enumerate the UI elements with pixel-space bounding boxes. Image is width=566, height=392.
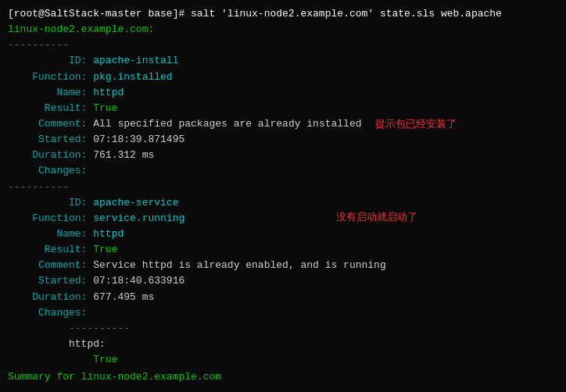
block2-changes-divider: ---------- [8, 321, 558, 337]
block2-id: ID: apache-service 没有启动就启动了 [8, 195, 558, 211]
block2-changes-label: Changes: [8, 305, 558, 321]
block1-started: Started: 07:18:39.871495 [8, 132, 558, 148]
block2-changes-key: httpd: [8, 337, 558, 352]
block1-function: Function: pkg.installed [8, 69, 558, 85]
block2-comment: Comment: Service httpd is already enable… [8, 258, 558, 273]
block1-id: ID: apache-install [8, 53, 558, 69]
block1-changes: Changes: [8, 163, 558, 179]
block2-function: Function: service.running [8, 211, 558, 226]
summary-label: Summary for linux-node2.example.com [8, 369, 558, 385]
terminal: [root@SaltStack-master base]# salt 'linu… [0, 0, 566, 392]
block2-duration: Duration: 677.495 ms [8, 290, 558, 305]
block1-name: Name: httpd [8, 85, 558, 101]
command-line: [root@SaltStack-master base]# salt 'linu… [8, 6, 558, 22]
block2-name: Name: httpd [8, 226, 558, 242]
block2-started: Started: 07:18:40.633916 [8, 273, 558, 289]
block1-comment: Comment: All specified packages are alre… [8, 116, 558, 132]
hostname: linux-node2.example.com: [8, 22, 154, 37]
divider1: ---------- [8, 37, 558, 53]
command: salt 'linux-node2.example.com' state.sls… [191, 6, 502, 22]
summary-divider: ------------ [8, 385, 558, 392]
block1-result: Result: True [8, 101, 558, 116]
divider2: ---------- [8, 180, 558, 195]
block1-duration: Duration: 761.312 ms [8, 148, 558, 163]
block2-result: Result: True [8, 242, 558, 258]
block2-changes-value: True [8, 352, 558, 368]
annotation-service: 没有启动就启动了 [336, 209, 417, 225]
prompt: [root@SaltStack-master base]# [8, 6, 191, 22]
hostname-line: linux-node2.example.com: [8, 22, 558, 37]
annotation-installed: 提示包已经安装了 [375, 116, 457, 132]
